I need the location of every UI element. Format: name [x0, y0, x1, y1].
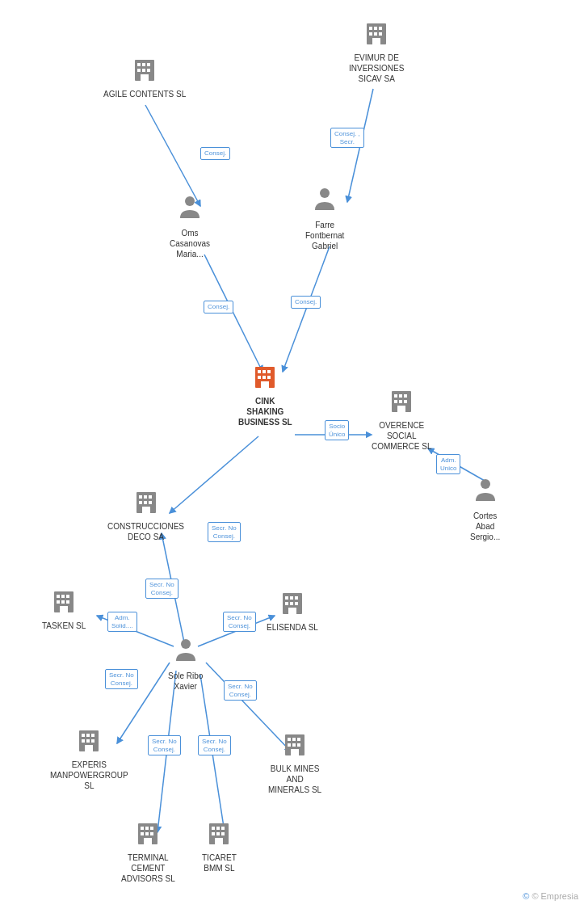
svg-rect-72: [288, 608, 296, 614]
svg-rect-26: [369, 32, 372, 36]
construcciones-icon: [133, 489, 159, 519]
svg-rect-104: [221, 832, 225, 835]
svg-rect-88: [297, 743, 300, 747]
bulk-icon: [282, 731, 308, 761]
badge-socio-unico: SocioÚnico: [325, 420, 349, 440]
sole-node: Sole RiboXavier: [168, 637, 203, 692]
svg-rect-105: [215, 838, 223, 844]
svg-rect-78: [82, 739, 85, 743]
badge-consej-oms: Consej.: [200, 147, 230, 160]
svg-rect-29: [372, 38, 380, 44]
svg-rect-85: [297, 738, 300, 741]
farre-icon: [313, 186, 336, 217]
badge-adm-solid-tasken: Adm.Solid....: [107, 612, 137, 632]
svg-point-31: [320, 188, 330, 198]
svg-rect-50: [139, 495, 142, 499]
svg-rect-64: [60, 606, 68, 612]
elisenda-icon: [279, 590, 305, 620]
svg-rect-39: [261, 381, 269, 388]
evimur-icon: [363, 20, 389, 50]
svg-rect-102: [212, 832, 215, 835]
svg-rect-43: [404, 394, 407, 398]
svg-rect-16: [142, 63, 145, 66]
svg-rect-80: [91, 739, 94, 743]
terminal-node: TERMINALCEMENTADVISORS SL: [121, 820, 175, 884]
svg-rect-45: [399, 400, 402, 403]
svg-rect-24: [374, 27, 377, 30]
svg-rect-27: [374, 32, 377, 36]
svg-rect-66: [285, 596, 288, 600]
svg-rect-28: [379, 32, 382, 36]
overence-node: OVERENCESOCIALCOMMERCE SL: [372, 388, 431, 452]
experis-icon: [76, 727, 102, 757]
svg-rect-101: [221, 827, 225, 830]
svg-rect-33: [258, 370, 261, 373]
svg-rect-46: [404, 400, 407, 403]
construcciones-node: CONSTRUCCIONESDECO SA: [107, 489, 184, 542]
badge-secr-no-consej-bulk: Secr. NoConsej.: [224, 680, 257, 701]
svg-rect-94: [141, 832, 144, 835]
watermark: © © Empresia: [523, 891, 578, 901]
svg-rect-81: [85, 745, 93, 751]
diagram: AGILE CONTENTS SL EVIMUR DEINVERSIONESSI…: [0, 0, 588, 909]
svg-rect-38: [267, 376, 271, 379]
watermark-text: © Empresia: [531, 891, 578, 901]
svg-rect-62: [61, 600, 65, 604]
svg-rect-93: [150, 827, 153, 830]
agile-node: AGILE CONTENTS SL: [103, 57, 186, 99]
overence-icon: [388, 388, 414, 418]
svg-rect-19: [142, 69, 145, 72]
svg-rect-60: [66, 595, 69, 598]
farre-node: FarreFontbernatGabriel: [305, 186, 344, 251]
svg-rect-42: [399, 394, 402, 398]
farre-label: FarreFontbernatGabriel: [305, 220, 344, 251]
terminal-icon: [135, 820, 161, 850]
sole-icon: [174, 637, 197, 668]
svg-rect-47: [397, 406, 405, 412]
svg-rect-17: [147, 63, 150, 66]
experis-label: EXPERISMANPOWERGROUPSL: [50, 760, 128, 791]
svg-rect-53: [139, 501, 142, 504]
elisenda-node: ELISENDA SL: [267, 590, 318, 633]
overence-label: OVERENCESOCIALCOMMERCE SL: [372, 420, 431, 452]
agile-icon: [132, 57, 158, 86]
svg-rect-54: [144, 501, 147, 504]
svg-rect-69: [285, 602, 288, 605]
svg-rect-58: [57, 595, 60, 598]
ticaret-node: TICARETBMM SL: [202, 820, 237, 873]
agile-label: AGILE CONTENTS SL: [103, 89, 186, 99]
experis-node: EXPERISMANPOWERGROUPSL: [50, 727, 128, 791]
svg-rect-68: [295, 596, 298, 600]
svg-rect-87: [292, 743, 296, 747]
svg-rect-59: [61, 595, 65, 598]
cink-icon: [252, 364, 278, 393]
svg-rect-25: [379, 27, 382, 30]
svg-rect-99: [212, 827, 215, 830]
svg-rect-100: [216, 827, 220, 830]
svg-rect-96: [150, 832, 153, 835]
badge-secr-no-consej-ticaret: Secr. NoConsej.: [198, 735, 231, 755]
tasken-node: TASKEN SL: [42, 588, 86, 631]
svg-rect-51: [144, 495, 147, 499]
cink-label: CINKSHAKINGBUSINESS SL: [238, 396, 292, 427]
cortes-label: CortesAbadSergio...: [470, 511, 500, 542]
tasken-icon: [51, 588, 77, 618]
svg-rect-75: [82, 734, 85, 737]
svg-rect-95: [145, 832, 149, 835]
ticaret-icon: [206, 820, 232, 850]
oms-node: OmsCasanovasMaria...: [170, 194, 210, 259]
svg-rect-41: [394, 394, 397, 398]
svg-rect-97: [144, 838, 152, 844]
badge-consej-secr-evimur: Consej. ,Secr.: [330, 128, 364, 148]
svg-rect-37: [262, 376, 266, 379]
svg-rect-63: [66, 600, 69, 604]
oms-icon: [178, 194, 201, 225]
svg-rect-67: [290, 596, 293, 600]
ticaret-label: TICARETBMM SL: [202, 852, 237, 873]
oms-label: OmsCasanovasMaria...: [170, 228, 210, 259]
svg-rect-61: [57, 600, 60, 604]
svg-line-0: [145, 105, 200, 206]
svg-point-73: [181, 639, 191, 649]
svg-rect-83: [288, 738, 291, 741]
svg-rect-103: [216, 832, 220, 835]
